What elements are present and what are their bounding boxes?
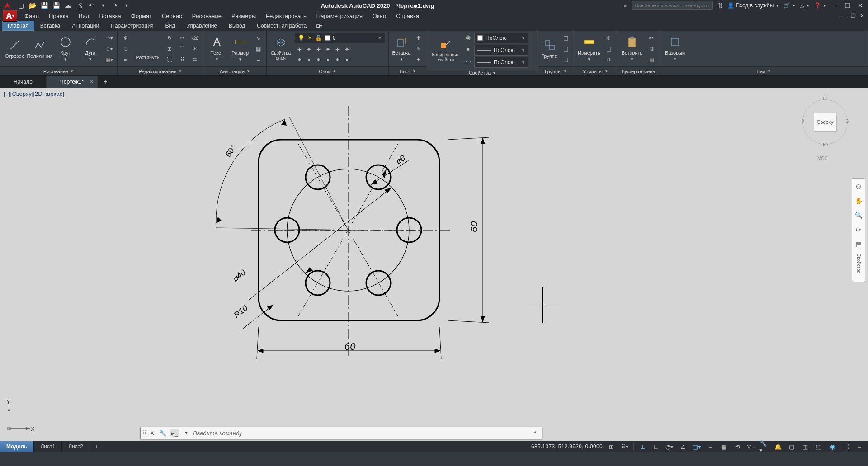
- snap-toggle-icon[interactable]: ⠿▾: [620, 442, 630, 452]
- layer-tool-8-icon[interactable]: ✦: [304, 55, 313, 64]
- stretch-icon[interactable]: ⇔: [120, 55, 131, 65]
- block-insert-button[interactable]: Вставка▼: [392, 33, 411, 65]
- measure-button[interactable]: Измерить▼: [577, 33, 601, 65]
- ribbon-tab-home[interactable]: Главная: [2, 21, 34, 31]
- panel-view-label[interactable]: Вид▼: [660, 66, 868, 75]
- otrack-toggle-icon[interactable]: ▢▾: [692, 442, 702, 452]
- panel-modify-label[interactable]: Редактирование▼: [118, 66, 203, 75]
- layout-tab-sheet1[interactable]: Лист1: [34, 441, 62, 452]
- cloud-icon[interactable]: ☁: [253, 55, 264, 65]
- viewcube-north[interactable]: С: [823, 96, 826, 101]
- signin-link[interactable]: 👤 Вход в службы ▼: [727, 2, 779, 9]
- menu-window[interactable]: Окно: [368, 12, 391, 20]
- menu-file[interactable]: Файл: [20, 12, 43, 20]
- menu-modify[interactable]: Редактировать: [261, 12, 311, 20]
- ribbon-tab-output[interactable]: Вывод: [223, 21, 251, 31]
- plot-icon[interactable]: 🖨: [75, 1, 84, 10]
- ortho-toggle-icon[interactable]: ⊥: [637, 442, 647, 452]
- lweight-icon[interactable]: ≡: [463, 45, 472, 54]
- layer-tool-2-icon[interactable]: ✦: [304, 45, 313, 54]
- panel-block-label[interactable]: Блок▼: [389, 66, 427, 75]
- block-edit-icon[interactable]: ✎: [413, 44, 424, 54]
- orbit-icon[interactable]: ⟳: [854, 225, 863, 235]
- util-1-icon[interactable]: ⊕: [603, 33, 614, 43]
- layer-selector[interactable]: 💡 ☀ 🔓 0 ▼: [295, 33, 385, 43]
- group-button[interactable]: Группа: [541, 33, 558, 65]
- clip-3-icon[interactable]: ▦: [646, 55, 657, 65]
- color-selector[interactable]: ПоСлою▼: [474, 33, 528, 43]
- redo-icon[interactable]: ↷: [110, 1, 119, 10]
- cycling-icon[interactable]: ⟲: [732, 442, 742, 452]
- osnap-toggle-icon[interactable]: ∠: [678, 442, 688, 452]
- viewcube-wcs[interactable]: МСК: [817, 156, 827, 161]
- ellipse-icon[interactable]: ⬭▾: [104, 44, 114, 54]
- quickprops-icon[interactable]: ◫: [800, 442, 810, 452]
- menu-help[interactable]: Справка: [392, 12, 424, 20]
- erase-icon[interactable]: ⌫: [189, 33, 200, 43]
- cmd-history-icon[interactable]: ▼: [182, 429, 190, 437]
- hatch-icon[interactable]: ▦▾: [104, 55, 114, 65]
- customize-status-icon[interactable]: ≡: [854, 442, 864, 452]
- web-open-icon[interactable]: ☁: [63, 1, 72, 10]
- util-3-icon[interactable]: ⧉: [603, 55, 614, 65]
- group-edit-icon[interactable]: ◫: [560, 44, 571, 54]
- menu-draw[interactable]: Рисование: [187, 12, 226, 20]
- util-2-icon[interactable]: ◫: [603, 44, 614, 54]
- qat-dd2-icon[interactable]: ▼: [122, 1, 131, 10]
- cleanscreen-icon[interactable]: ⛶: [841, 442, 851, 452]
- hw-accel-icon[interactable]: ◉: [827, 442, 837, 452]
- units-icon[interactable]: ▢: [787, 442, 797, 452]
- layer-tool-7-icon[interactable]: ✦: [295, 55, 304, 64]
- panel-annotation-label[interactable]: Аннотации▼: [203, 66, 266, 75]
- transparency-icon[interactable]: ▦: [719, 442, 729, 452]
- panel-layers-label[interactable]: Слои▼: [267, 66, 388, 75]
- table-icon[interactable]: ▦: [253, 44, 264, 54]
- layer-tool-4-icon[interactable]: ✦: [323, 45, 332, 54]
- pan-icon[interactable]: ✋: [854, 196, 863, 206]
- menu-dimension[interactable]: Размеры: [227, 12, 260, 20]
- mirror-icon[interactable]: ⧗: [164, 44, 175, 54]
- viewport-label[interactable]: [−][Сверху][2D-каркас]: [4, 90, 64, 97]
- viewcube-south[interactable]: Ю: [823, 142, 828, 147]
- workspace-icon[interactable]: 🔧▾: [760, 442, 769, 452]
- doc-minimize-button[interactable]: —: [840, 12, 848, 20]
- maximize-button[interactable]: ❐: [844, 1, 852, 9]
- cmd-drag-handle[interactable]: ⠿: [142, 430, 145, 436]
- paste-button[interactable]: Вставить▼: [620, 33, 644, 65]
- text-button[interactable]: AТекст▼: [206, 33, 228, 65]
- ungroup-icon[interactable]: ◫: [560, 33, 571, 43]
- panel-utilities-label[interactable]: Утилиты▼: [574, 66, 617, 75]
- offset-icon[interactable]: ⊆: [189, 55, 200, 65]
- doc-restore-button[interactable]: ❐: [849, 12, 857, 20]
- undo-icon[interactable]: ↶: [87, 1, 96, 10]
- layer-tool-12-icon[interactable]: ✦: [342, 55, 351, 64]
- file-tab-start[interactable]: Начало: [0, 76, 47, 88]
- color-wheel-icon[interactable]: ◉: [463, 33, 472, 42]
- isodraft-icon[interactable]: ◔▾: [665, 442, 675, 452]
- lweight-toggle-icon[interactable]: ≡: [705, 442, 715, 452]
- layer-tool-10-icon[interactable]: ✦: [323, 55, 332, 64]
- anno-monitor-icon[interactable]: 🔔: [773, 442, 783, 452]
- polar-toggle-icon[interactable]: ∟: [651, 442, 661, 452]
- arc-button[interactable]: Дуга▼: [79, 33, 102, 65]
- ribbon-tab-annotate[interactable]: Аннотации: [66, 21, 105, 31]
- line-button[interactable]: Отрезок: [3, 33, 26, 65]
- saveas-icon[interactable]: 💾: [52, 1, 61, 10]
- cmd-customize-icon[interactable]: 🔧: [159, 429, 167, 437]
- layer-properties-button[interactable]: Свойства слоя: [269, 35, 292, 62]
- trim-icon[interactable]: ✂: [177, 33, 188, 43]
- open-icon[interactable]: 📂: [28, 1, 37, 10]
- layer-tool-11-icon[interactable]: ✦: [333, 55, 342, 64]
- anno-scale-icon[interactable]: ⛭▾: [746, 442, 756, 452]
- rotate-icon[interactable]: ↻: [164, 33, 175, 43]
- menu-insert[interactable]: Вставка: [94, 12, 125, 20]
- menu-view[interactable]: Вид: [74, 12, 94, 20]
- stretch-button[interactable]: Растянуть: [133, 33, 162, 65]
- ribbon-tab-insert[interactable]: Вставка: [34, 21, 66, 31]
- linetype-selector[interactable]: ПоСлою▼: [474, 57, 528, 68]
- move-icon[interactable]: ✥: [120, 33, 131, 43]
- full-nav-wheel-icon[interactable]: ◎: [854, 181, 863, 191]
- polyline-button[interactable]: Полилиния: [28, 33, 52, 65]
- help-icon[interactable]: ❓ ▼: [814, 2, 826, 9]
- close-button[interactable]: ✕: [856, 1, 864, 9]
